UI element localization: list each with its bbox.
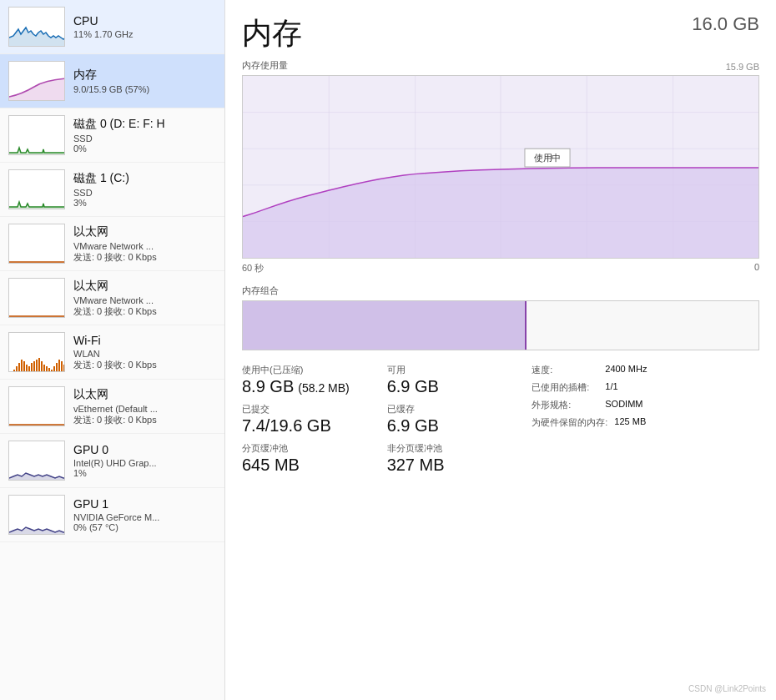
sub-disk1: SSD [73, 188, 216, 198]
sub2-wifi: 发送: 0 接收: 0 Kbps [73, 359, 216, 371]
sub-disk0: SSD [73, 133, 216, 144]
svg-rect-23 [51, 370, 53, 372]
svg-rect-12 [23, 361, 25, 372]
sidebar-item-gpu0[interactable]: GPU 0Intel(R) UHD Grap...1% [0, 434, 224, 488]
chart-max-label: 15.9 GB [726, 62, 759, 72]
main-total: 16.0 GB [692, 13, 759, 35]
stats-section: 使用中(已压缩) 8.9 GB (58.2 MB) 可用 6.9 GB 已提交 … [242, 364, 759, 483]
sub-wifi: WLAN [73, 349, 216, 359]
thumb-eth1 [8, 278, 65, 318]
thumb-memory [8, 61, 65, 101]
reserved-row: 为硬件保留的内存: 125 MB [532, 416, 759, 429]
name-gpu1: GPU 1 [73, 497, 216, 511]
sidebar-item-eth2[interactable]: 以太网vEthernet (Default ...发送: 0 接收: 0 Kbp… [0, 380, 224, 434]
main-panel: 内存 16.0 GB 内存使用量 15.9 GB 使用中 [225, 0, 776, 700]
watermark: CSDN @Link2Points [688, 684, 766, 693]
sidebar-item-gpu1[interactable]: GPU 1NVIDIA GeForce M...0% (57 °C) [0, 488, 224, 542]
svg-rect-4 [9, 224, 65, 264]
stat-committed: 已提交 7.4/19.6 GB [242, 403, 370, 436]
info-gpu0: GPU 0Intel(R) UHD Grap...1% [73, 443, 216, 478]
sidebar-item-memory[interactable]: 内存9.0/15.9 GB (57%) [0, 54, 224, 108]
info-cpu: CPU11% 1.70 GHz [73, 14, 216, 39]
info-eth2: 以太网vEthernet (Default ...发送: 0 接收: 0 Kbp… [73, 387, 216, 426]
thumb-wifi [8, 332, 65, 372]
svg-rect-29 [9, 387, 65, 426]
sidebar-item-disk1[interactable]: 磁盘 1 (C:)SSD3% [0, 163, 224, 217]
thumb-cpu [8, 7, 65, 47]
form-row: 外形规格: SODIMM [532, 399, 759, 411]
sidebar-item-cpu[interactable]: CPU11% 1.70 GHz [0, 0, 224, 54]
sub-eth2: vEthernet (Default ... [73, 404, 216, 414]
sub2-disk1: 3% [73, 198, 216, 208]
info-eth1: 以太网VMware Network ...发送: 0 接收: 0 Kbps [73, 279, 216, 318]
sub2-eth1: 发送: 0 接收: 0 Kbps [73, 305, 216, 318]
svg-rect-2 [9, 116, 65, 155]
thumb-disk1 [8, 169, 65, 209]
sub-eth0: VMware Network ... [73, 241, 216, 251]
name-eth1: 以太网 [73, 279, 216, 294]
svg-rect-9 [16, 366, 18, 372]
svg-rect-20 [43, 365, 45, 372]
memory-chart: 使用中 [242, 75, 759, 259]
slot-used [243, 301, 527, 350]
info-wifi: Wi-FiWLAN发送: 0 接收: 0 Kbps [73, 334, 216, 371]
stat-cached: 已缓存 6.9 GB [387, 403, 516, 436]
svg-rect-15 [31, 363, 33, 372]
svg-rect-25 [56, 363, 58, 372]
svg-rect-11 [21, 360, 23, 372]
usage-label: 内存使用量 [242, 59, 288, 72]
sub2-disk0: 0% [73, 144, 216, 154]
name-gpu0: GPU 0 [73, 443, 216, 456]
stat-in-use: 使用中(已压缩) 8.9 GB (58.2 MB) [242, 364, 370, 396]
thumb-eth2 [8, 386, 65, 426]
sub2-eth2: 发送: 0 接收: 0 Kbps [73, 414, 216, 426]
time-right: 0 [754, 262, 759, 274]
name-wifi: Wi-Fi [73, 334, 216, 347]
info-disk0: 磁盘 0 (D: E: F: HSSD0% [73, 117, 216, 154]
svg-rect-3 [9, 170, 65, 209]
svg-rect-7 [11, 371, 13, 372]
main-title: 内存 [242, 13, 302, 54]
name-memory: 内存 [73, 68, 216, 83]
svg-rect-13 [26, 365, 28, 372]
memory-slots [242, 300, 759, 350]
chart-time-row: 60 秒 0 [242, 262, 759, 274]
svg-rect-19 [41, 361, 43, 372]
thumb-gpu0 [8, 441, 65, 481]
sub2-gpu1: 0% (57 °C) [73, 522, 216, 532]
left-stats: 使用中(已压缩) 8.9 GB (58.2 MB) 可用 6.9 GB 已提交 … [242, 364, 515, 483]
svg-rect-17 [36, 360, 38, 372]
sidebar-item-disk0[interactable]: 磁盘 0 (D: E: F: HSSD0% [0, 108, 224, 163]
sidebar-item-eth1[interactable]: 以太网VMware Network ...发送: 0 接收: 0 Kbps [0, 271, 224, 325]
sub-eth1: VMware Network ... [73, 295, 216, 305]
sub-gpu1: NVIDIA GeForce M... [73, 512, 216, 522]
name-disk1: 磁盘 1 (C:) [73, 171, 216, 186]
svg-rect-18 [38, 358, 40, 372]
info-disk1: 磁盘 1 (C:)SSD3% [73, 171, 216, 208]
svg-rect-16 [33, 361, 35, 372]
sub2-gpu0: 1% [73, 468, 216, 478]
sidebar-item-wifi[interactable]: Wi-FiWLAN发送: 0 接收: 0 Kbps [0, 325, 224, 380]
sub2-eth0: 发送: 0 接收: 0 Kbps [73, 251, 216, 264]
right-stats: 速度: 2400 MHz 已使用的插槽: 1/1 外形规格: SODIMM 为硬… [532, 364, 759, 483]
name-eth0: 以太网 [73, 224, 216, 239]
slots-used-row: 已使用的插槽: 1/1 [532, 381, 759, 394]
stats-row1: 使用中(已压缩) 8.9 GB (58.2 MB) 可用 6.9 GB 已提交 … [242, 364, 515, 475]
svg-rect-5 [9, 279, 65, 318]
chart-header-row: 内存使用量 15.9 GB [242, 59, 759, 73]
svg-rect-26 [58, 360, 60, 372]
thumb-disk0 [8, 115, 65, 155]
svg-rect-28 [63, 365, 65, 372]
stat-available: 可用 6.9 GB [387, 364, 516, 396]
sub-cpu: 11% 1.70 GHz [73, 29, 216, 39]
svg-rect-8 [13, 370, 15, 372]
svg-text:使用中: 使用中 [534, 153, 562, 163]
speed-row: 速度: 2400 MHz [532, 364, 759, 376]
svg-rect-27 [61, 361, 63, 372]
info-memory: 内存9.0/15.9 GB (57%) [73, 68, 216, 94]
stat-nonpaged: 非分页缓冲池 327 MB [387, 442, 516, 475]
svg-rect-21 [46, 366, 48, 372]
sidebar-item-eth0[interactable]: 以太网VMware Network ...发送: 0 接收: 0 Kbps [0, 217, 224, 271]
slots-section-label: 内存组合 [242, 285, 759, 297]
info-eth0: 以太网VMware Network ...发送: 0 接收: 0 Kbps [73, 224, 216, 264]
